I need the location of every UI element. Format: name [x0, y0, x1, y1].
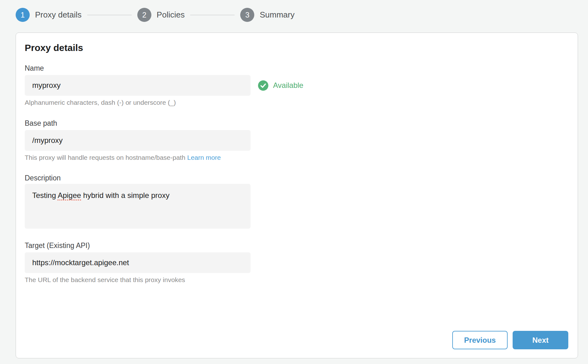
name-helper-text: Alphanumeric characters, dash (-) or und…: [25, 99, 568, 107]
step-number-badge: 2: [137, 8, 151, 22]
name-availability-status: Available: [258, 80, 303, 91]
page-title: Proxy details: [25, 42, 568, 53]
target-input[interactable]: [25, 252, 251, 273]
step-label: Summary: [260, 10, 294, 20]
step-connector-line: [190, 15, 235, 15]
stepper-step-summary[interactable]: 3 Summary: [240, 8, 294, 22]
next-button[interactable]: Next: [513, 331, 568, 349]
description-text: hybrid with a simple proxy: [81, 191, 170, 200]
target-helper-text: The URL of the backend service that this…: [25, 276, 568, 284]
description-textarea[interactable]: Testing Apigee hybrid with a simple prox…: [25, 184, 251, 229]
step-label: Proxy details: [35, 10, 82, 20]
learn-more-link[interactable]: Learn more: [187, 154, 220, 161]
availability-label: Available: [273, 81, 303, 90]
target-field-label: Target (Existing API): [25, 241, 568, 250]
name-field-label: Name: [25, 64, 568, 73]
proxy-details-card: Proxy details Name Available Alphanumeri…: [16, 33, 578, 358]
previous-button[interactable]: Previous: [452, 331, 508, 349]
step-label: Policies: [157, 10, 185, 20]
description-field-label: Description: [25, 174, 568, 182]
step-number-badge: 3: [240, 8, 254, 22]
base-path-input[interactable]: [25, 130, 251, 151]
wizard-footer-buttons: Previous Next: [452, 331, 568, 349]
step-connector-line: [87, 15, 132, 15]
step-number-badge: 1: [16, 8, 30, 22]
description-misspelled-word: Apigee: [58, 191, 81, 200]
stepper-step-proxy-details[interactable]: 1 Proxy details: [16, 8, 82, 22]
check-circle-icon: [258, 80, 268, 91]
stepper-step-policies[interactable]: 2 Policies: [137, 8, 185, 22]
name-input[interactable]: [25, 75, 251, 96]
base-path-helper-label: This proxy will handle requests on hostn…: [25, 154, 185, 161]
base-path-field-label: Base path: [25, 119, 568, 128]
base-path-helper-text: This proxy will handle requests on hostn…: [25, 154, 568, 162]
description-text: Testing: [32, 191, 58, 200]
wizard-stepper: 1 Proxy details 2 Policies 3 Summary: [16, 8, 295, 22]
